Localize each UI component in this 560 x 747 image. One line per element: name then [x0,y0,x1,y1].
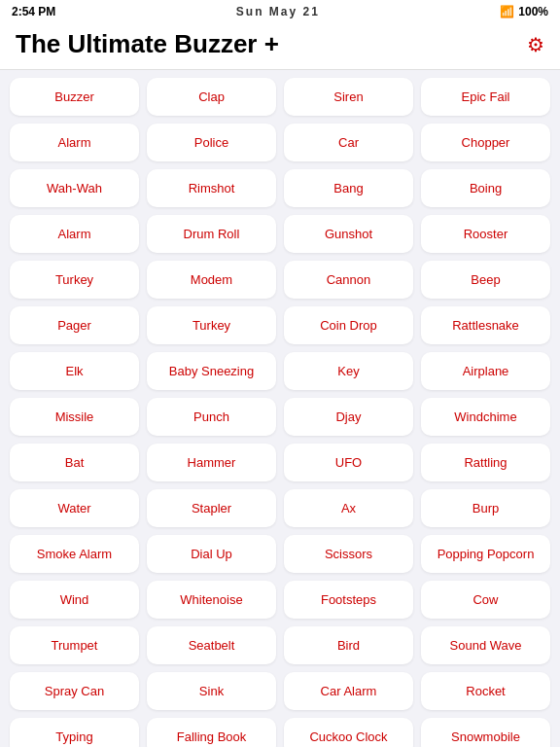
sound-button[interactable]: Boing [421,169,550,207]
sound-button[interactable]: Gunshot [284,215,413,253]
sound-button[interactable]: Epic Fail [421,78,550,116]
sound-button[interactable]: Seatbelt [147,626,276,664]
sound-button[interactable]: Coin Drop [284,306,413,344]
sound-button[interactable]: Beep [421,261,550,299]
sound-button[interactable]: Water [10,489,139,527]
sound-button[interactable]: Rattling [421,444,550,481]
status-date: Sun May 21 [236,5,320,18]
sound-button[interactable]: Windchime [421,398,550,436]
settings-icon[interactable]: ⚙ [527,33,544,56]
battery-text: 100% [518,5,548,18]
sound-button[interactable]: Falling Book [147,718,276,747]
sound-button[interactable]: Rooster [421,215,550,253]
sound-button[interactable]: Key [284,352,413,390]
sound-button[interactable]: Wah-Wah [10,169,139,207]
sound-button[interactable]: Bat [10,444,139,481]
sound-button[interactable]: Snowmobile [421,718,550,747]
sound-button[interactable]: Typing [10,718,139,747]
sound-button[interactable]: Cannon [284,261,413,299]
sound-button[interactable]: Alarm [10,215,139,253]
sound-button[interactable]: Burp [421,489,550,527]
sound-button[interactable]: Scissors [284,535,413,573]
sound-button[interactable]: Turkey [147,306,276,344]
sound-button[interactable]: Elk [10,352,139,390]
sound-button[interactable]: Car Alarm [284,672,413,710]
sound-button[interactable]: Smoke Alarm [10,535,139,573]
sound-button[interactable]: Wind [10,581,139,619]
sound-button[interactable]: Sink [147,672,276,710]
sound-button[interactable]: Airplane [421,352,550,390]
header: The Ultimate Buzzer + ⚙ [0,21,560,70]
sound-button[interactable]: Siren [284,78,413,116]
sound-button[interactable]: Spray Can [10,672,139,710]
status-bar: 2:54 PM Sun May 21 📶 100% [0,0,560,21]
sound-button[interactable]: Missile [10,398,139,436]
sound-button[interactable]: Punch [147,398,276,436]
sound-button[interactable]: Ax [284,489,413,527]
sound-button[interactable]: Modem [147,261,276,299]
app-title: The Ultimate Buzzer + [16,29,279,59]
sound-button[interactable]: Trumpet [10,626,139,664]
sound-button[interactable]: Turkey [10,261,139,299]
sound-button[interactable]: Baby Sneezing [147,352,276,390]
sound-button[interactable]: Stapler [147,489,276,527]
status-time: 2:54 PM [12,5,55,18]
sound-button[interactable]: Chopper [421,124,550,161]
sound-button[interactable]: Dial Up [147,535,276,573]
sound-button[interactable]: Popping Popcorn [421,535,550,573]
sound-grid: BuzzerClapSirenEpic FailAlarmPoliceCarCh… [0,70,560,747]
sound-button[interactable]: Police [147,124,276,161]
sound-button[interactable]: Cow [421,581,550,619]
sound-button[interactable]: Hammer [147,444,276,481]
sound-button[interactable]: UFO [284,444,413,481]
sound-button[interactable]: Car [284,124,413,161]
sound-button[interactable]: Cuckoo Clock [284,718,413,747]
sound-button[interactable]: Bang [284,169,413,207]
status-right: 📶 100% [500,5,548,18]
sound-button[interactable]: Sound Wave [421,626,550,664]
sound-button[interactable]: Pager [10,306,139,344]
sound-button[interactable]: Djay [284,398,413,436]
sound-button[interactable]: Bird [284,626,413,664]
sound-button[interactable]: Rattlesnake [421,306,550,344]
sound-button[interactable]: Drum Roll [147,215,276,253]
sound-button[interactable]: Clap [147,78,276,116]
sound-button[interactable]: Buzzer [10,78,139,116]
sound-button[interactable]: Rocket [421,672,550,710]
sound-button[interactable]: Rimshot [147,169,276,207]
sound-button[interactable]: Whitenoise [147,581,276,619]
wifi-icon: 📶 [500,5,514,18]
sound-button[interactable]: Footsteps [284,581,413,619]
sound-button[interactable]: Alarm [10,124,139,161]
